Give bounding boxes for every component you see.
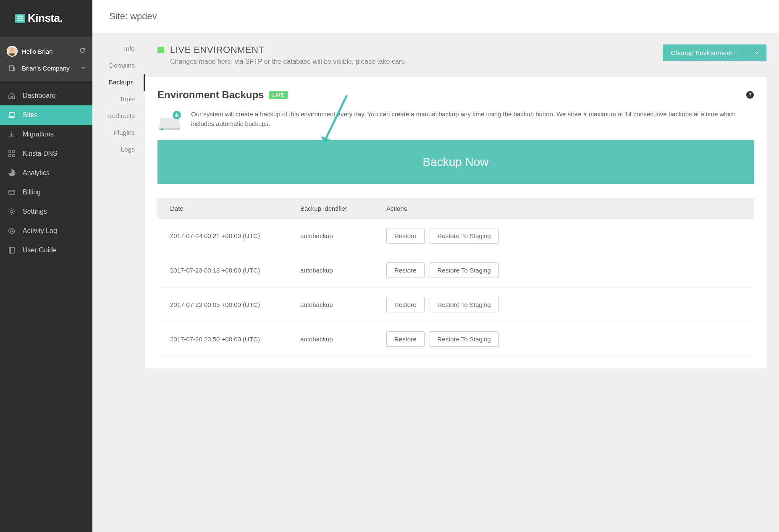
tab-backups[interactable]: Backups xyxy=(92,74,145,91)
site-tabs: InfoDomainsBackupsToolsRedirectsPluginsL… xyxy=(92,33,145,532)
server-icon xyxy=(157,109,182,131)
refresh-icon[interactable] xyxy=(79,47,86,55)
restore-button[interactable]: Restore xyxy=(386,262,425,278)
sidebar-item-migrations[interactable]: Migrations xyxy=(0,125,92,144)
tab-tools[interactable]: Tools xyxy=(92,91,145,107)
cell-date: 2017-07-23 00:18 +00:00 (UTC) xyxy=(170,267,300,274)
sidebar-item-label: Dashboard xyxy=(23,92,55,100)
sidebar-item-billing[interactable]: Billing xyxy=(0,183,92,202)
site-title: Site: wpdev xyxy=(109,11,762,22)
svg-rect-2 xyxy=(17,18,24,19)
grid-icon xyxy=(8,150,16,157)
col-header-date: Date xyxy=(170,205,300,212)
col-header-id: Backup Identifier xyxy=(300,205,386,212)
user-block: Hello Brian Brian's Company xyxy=(0,37,92,81)
page-content: LIVE ENVIRONMENT Changes made here, via … xyxy=(145,33,779,532)
building-icon xyxy=(7,65,18,71)
tab-plugins[interactable]: Plugins xyxy=(92,124,145,141)
panel-title: Environment Backups xyxy=(157,89,264,101)
logo-text: Kinsta. xyxy=(28,12,63,25)
chevron-down-icon xyxy=(81,64,86,72)
svg-rect-13 xyxy=(13,151,15,153)
svg-rect-15 xyxy=(13,155,15,157)
sidebar-item-label: Kinsta DNS xyxy=(23,150,58,157)
sidebar-item-dashboard[interactable]: Dashboard xyxy=(0,86,92,105)
svg-rect-6 xyxy=(13,67,15,71)
tab-logs[interactable]: Logs xyxy=(92,141,145,158)
avatar xyxy=(7,46,18,57)
logo-icon xyxy=(15,14,25,23)
download-icon xyxy=(8,131,16,138)
environment-banner: LIVE ENVIRONMENT Changes made here, via … xyxy=(145,33,766,77)
cell-identifier: autobackup xyxy=(300,335,386,343)
user-greeting-row[interactable]: Hello Brian xyxy=(7,43,86,59)
sidebar: Kinsta. Hello Brian Brian's Company xyxy=(0,0,92,532)
svg-rect-5 xyxy=(10,66,13,71)
restore-to-staging-button[interactable]: Restore To Staging xyxy=(430,297,499,312)
user-greeting: Hello Brian xyxy=(22,48,75,55)
sidebar-item-label: Sites xyxy=(23,111,38,119)
restore-button[interactable]: Restore xyxy=(386,297,425,312)
sidebar-item-settings[interactable]: Settings xyxy=(0,202,92,221)
home-icon xyxy=(8,92,16,100)
eye-icon xyxy=(8,227,16,235)
sidebar-item-analytics[interactable]: Analytics xyxy=(0,163,92,183)
change-environment-button[interactable]: Change Environment xyxy=(663,45,766,61)
tab-redirects[interactable]: Redirects xyxy=(92,107,145,124)
restore-to-staging-button[interactable]: Restore To Staging xyxy=(430,262,499,278)
change-environment-label: Change Environment xyxy=(671,49,732,57)
svg-rect-23 xyxy=(161,128,163,130)
chevron-down-icon xyxy=(754,49,758,57)
laptop-icon xyxy=(8,111,16,119)
col-header-actions: Actions xyxy=(386,205,741,212)
cell-identifier: autobackup xyxy=(300,301,386,308)
svg-point-19 xyxy=(11,230,13,232)
company-selector[interactable]: Brian's Company xyxy=(7,62,86,74)
svg-point-18 xyxy=(11,211,13,213)
backup-now-button[interactable]: Backup Now xyxy=(157,140,754,184)
svg-rect-12 xyxy=(9,151,11,153)
sidebar-item-user-guide[interactable]: User Guide xyxy=(0,241,92,260)
sidebar-item-label: Billing xyxy=(23,189,41,196)
restore-to-staging-button[interactable]: Restore To Staging xyxy=(430,331,499,347)
book-icon xyxy=(8,246,16,254)
svg-rect-20 xyxy=(9,247,14,253)
help-icon[interactable]: ? xyxy=(746,91,754,99)
tab-info[interactable]: Info xyxy=(92,40,145,57)
table-row: 2017-07-22 00:05 +00:00 (UTC)autobackupR… xyxy=(157,288,754,322)
backups-panel: Environment Backups LIVE ? xyxy=(145,77,766,368)
svg-rect-16 xyxy=(9,190,15,194)
table-row: 2017-07-23 00:18 +00:00 (UTC)autobackupR… xyxy=(157,253,754,288)
cell-identifier: autobackup xyxy=(300,267,386,274)
table-header: Date Backup Identifier Actions xyxy=(157,198,754,219)
sidebar-item-activity-log[interactable]: Activity Log xyxy=(0,221,92,241)
cell-date: 2017-07-24 00:21 +00:00 (UTC) xyxy=(170,232,300,239)
sidebar-item-label: Settings xyxy=(23,208,47,215)
main-nav: DashboardSitesMigrationsKinsta DNSAnalyt… xyxy=(0,81,92,260)
main: Site: wpdev InfoDomainsBackupsToolsRedir… xyxy=(92,0,779,532)
sidebar-item-label: Activity Log xyxy=(23,227,57,235)
svg-rect-1 xyxy=(17,16,24,17)
table-row: 2017-07-24 00:21 +00:00 (UTC)autobackupR… xyxy=(157,219,754,253)
restore-to-staging-button[interactable]: Restore To Staging xyxy=(430,228,499,244)
company-name: Brian's Company xyxy=(22,65,76,72)
tab-domains[interactable]: Domains xyxy=(92,57,145,74)
svg-rect-14 xyxy=(9,155,11,157)
restore-button[interactable]: Restore xyxy=(386,228,425,244)
panel-intro-text: Our system will create a backup of this … xyxy=(191,109,754,129)
cell-identifier: autobackup xyxy=(300,232,386,239)
cell-date: 2017-07-20 23:50 +00:00 (UTC) xyxy=(170,335,300,343)
sidebar-item-label: User Guide xyxy=(23,246,57,254)
environment-description: Changes made here, via SFTP or the datab… xyxy=(170,58,407,66)
environment-title: LIVE ENVIRONMENT xyxy=(170,45,407,55)
table-row: 2017-07-20 23:50 +00:00 (UTC)autobackupR… xyxy=(157,322,754,356)
svg-point-4 xyxy=(10,48,14,52)
sidebar-item-sites[interactable]: Sites xyxy=(0,105,92,125)
logo[interactable]: Kinsta. xyxy=(0,0,92,37)
sidebar-item-kinsta-dns[interactable]: Kinsta DNS xyxy=(0,144,92,163)
gear-icon xyxy=(8,208,16,215)
restore-button[interactable]: Restore xyxy=(386,331,425,347)
svg-rect-3 xyxy=(17,20,24,21)
svg-rect-11 xyxy=(9,113,14,116)
live-indicator-icon xyxy=(157,47,164,53)
